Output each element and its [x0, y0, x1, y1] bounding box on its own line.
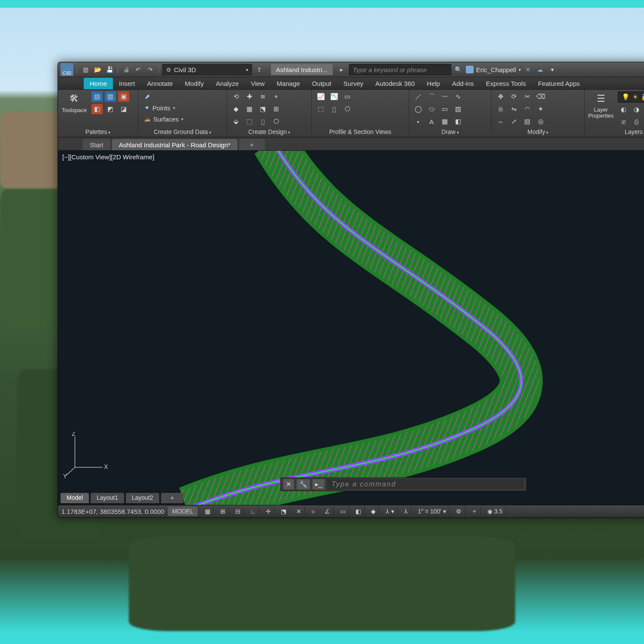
- new-icon[interactable]: ▥: [81, 65, 90, 74]
- command-recent-icon[interactable]: ▸_: [313, 479, 325, 489]
- 3dosnap-icon[interactable]: ⟐: [308, 507, 318, 516]
- stretch-icon[interactable]: ↔: [495, 116, 506, 127]
- cloud-icon[interactable]: ☁: [535, 65, 545, 74]
- scale-icon[interactable]: ⤢: [508, 116, 519, 127]
- drawing-canvas[interactable]: [−][Custom View][2D Wireframe]: [58, 151, 644, 505]
- tab-addins[interactable]: Add-ins: [446, 78, 480, 89]
- tab-insert[interactable]: Insert: [113, 78, 141, 89]
- profile-btn-4[interactable]: ⬚: [315, 104, 326, 114]
- doc-tab-active[interactable]: Ashland Industrial Park - Road Design*: [112, 139, 237, 150]
- mirror-icon[interactable]: ⇋: [508, 104, 519, 114]
- arc-icon[interactable]: ⌒: [426, 91, 437, 102]
- explode-icon[interactable]: ✶: [535, 104, 546, 114]
- tab-autodesk360[interactable]: Autodesk 360: [369, 78, 421, 89]
- palette-btn-4[interactable]: ◧: [91, 104, 103, 114]
- help-dropdown-icon[interactable]: ▾: [547, 65, 557, 74]
- design-btn-6[interactable]: ▦: [244, 104, 255, 114]
- design-btn-8[interactable]: ⊞: [270, 104, 282, 114]
- isoplane-icon[interactable]: ⬔: [278, 507, 290, 516]
- fillet-icon[interactable]: ◠: [522, 104, 533, 114]
- selection-cycling-icon[interactable]: ◆: [368, 507, 379, 516]
- rotate-icon[interactable]: ⟳: [508, 91, 519, 102]
- annoauto-icon[interactable]: ⅄: [401, 507, 411, 516]
- ground-import-icon[interactable]: ⬈: [142, 91, 153, 102]
- command-close-icon[interactable]: ✕: [283, 479, 294, 489]
- palette-btn-3[interactable]: ▣: [118, 91, 129, 102]
- array-icon[interactable]: ▤: [522, 116, 533, 127]
- design-btn-11[interactable]: ⌷: [257, 116, 268, 127]
- workspace-share-icon[interactable]: ⇪: [255, 65, 264, 74]
- title-document-tab[interactable]: Ashland Industri...: [271, 64, 333, 75]
- print-icon[interactable]: 🖨: [122, 65, 131, 74]
- design-btn-1[interactable]: ⟲: [231, 91, 242, 102]
- hardware-accel-icon[interactable]: ◉ 3.5: [484, 507, 506, 516]
- points-dropdown[interactable]: ✦Points: [142, 103, 186, 113]
- polyline-icon[interactable]: 〰: [439, 91, 450, 102]
- surfaces-dropdown[interactable]: ⛰Surfaces: [142, 114, 186, 124]
- tab-help[interactable]: Help: [421, 78, 446, 89]
- profile-btn-1[interactable]: 📈: [315, 91, 326, 102]
- layer-btn-1[interactable]: ◐: [618, 104, 629, 115]
- grid-icon[interactable]: ▦: [202, 507, 214, 516]
- design-btn-12[interactable]: ⎔: [270, 116, 282, 127]
- ann-monitor-icon[interactable]: ＋: [468, 507, 481, 516]
- profile-btn-2[interactable]: 📉: [328, 91, 340, 102]
- app-logo[interactable]: C3D: [61, 63, 73, 76]
- tab-output[interactable]: Output: [306, 78, 337, 89]
- hatch-icon[interactable]: ▨: [453, 104, 464, 114]
- tab-analyze[interactable]: Analyze: [210, 78, 245, 89]
- command-customize-icon[interactable]: 🔧: [297, 479, 310, 489]
- ellipse-icon[interactable]: ⬭: [426, 104, 437, 114]
- doc-tab-add[interactable]: ＋: [239, 139, 265, 150]
- tab-home[interactable]: Home: [84, 78, 113, 89]
- palette-btn-6[interactable]: ◪: [118, 104, 129, 114]
- transparency-icon[interactable]: ◧: [352, 507, 365, 516]
- block-icon[interactable]: ◧: [453, 116, 464, 127]
- layer-btn-2[interactable]: ◑: [631, 104, 642, 115]
- spline-icon[interactable]: ∿: [453, 91, 464, 102]
- panel-title-draw[interactable]: Draw: [441, 128, 459, 135]
- polar-icon[interactable]: ✛: [263, 507, 274, 516]
- tab-expresstools[interactable]: Express Tools: [480, 78, 532, 89]
- tab-view[interactable]: View: [245, 78, 270, 89]
- panel-title-ground[interactable]: Create Ground Data: [154, 128, 211, 135]
- status-space[interactable]: MODEL: [168, 507, 198, 516]
- layer-btn-5[interactable]: ⎚: [618, 116, 629, 127]
- otrack-icon[interactable]: ∠: [322, 507, 334, 516]
- panel-title-design[interactable]: Create Design: [248, 128, 290, 135]
- undo-icon[interactable]: ↶: [134, 65, 143, 74]
- trim-icon[interactable]: ✂: [522, 91, 533, 102]
- panel-title-palettes[interactable]: Palettes: [85, 128, 110, 135]
- annoscale-icon[interactable]: ⅄ ▾: [383, 507, 398, 516]
- doc-tab-start[interactable]: Start: [83, 139, 110, 150]
- tab-survey[interactable]: Survey: [337, 78, 370, 89]
- layout-tab-layout2[interactable]: Layout2: [126, 493, 159, 503]
- panel-title-profile[interactable]: Profile & Section Views: [329, 128, 391, 135]
- layer-btn-6[interactable]: ⎙: [631, 116, 642, 127]
- layout-tab-add[interactable]: ＋: [161, 493, 183, 503]
- layer-properties-button[interactable]: ☰ Layer Properties: [588, 91, 614, 119]
- ucs-triad[interactable]: X Z Y: [63, 432, 110, 479]
- ortho-icon[interactable]: ∟: [247, 507, 260, 516]
- workspace-switch-icon[interactable]: ⚙: [453, 507, 465, 516]
- palette-btn-5[interactable]: ◩: [105, 104, 116, 114]
- panel-title-layers[interactable]: Layers: [625, 128, 644, 135]
- tab-modify[interactable]: Modify: [179, 78, 210, 89]
- layout-tab-model[interactable]: Model: [61, 493, 89, 503]
- tab-manage[interactable]: Manage: [270, 78, 306, 89]
- tab-featuredapps[interactable]: Featured Apps: [532, 78, 586, 89]
- infocenter-icon[interactable]: 🔍: [454, 65, 463, 74]
- workspace-selector[interactable]: ⚙ Civil 3D ▾: [162, 64, 252, 75]
- toolspace-button[interactable]: 🛠 Toolspace: [61, 91, 87, 113]
- offset-icon[interactable]: ◎: [535, 116, 546, 127]
- design-btn-9[interactable]: ⬙: [231, 116, 242, 127]
- region-icon[interactable]: ▦: [439, 116, 450, 127]
- palette-btn-1[interactable]: ▤: [91, 91, 103, 102]
- user-chip[interactable]: Eric_Chappell ▾: [466, 66, 521, 73]
- tab-annotate[interactable]: Annotate: [141, 78, 179, 89]
- current-layer-selector[interactable]: 💡 ☀ 🔓 C-ANNO: [618, 91, 644, 103]
- search-input[interactable]: Type a keyword or phrase: [349, 64, 451, 75]
- scale-label[interactable]: 1" = 100' ▾: [415, 507, 450, 516]
- layout-tab-layout1[interactable]: Layout1: [91, 493, 124, 503]
- rect-icon[interactable]: ▭: [439, 104, 450, 114]
